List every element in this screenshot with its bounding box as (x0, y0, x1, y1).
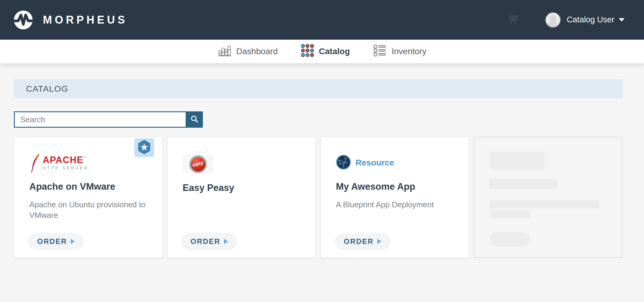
shopping-cart-icon[interactable] (506, 13, 519, 27)
order-button-label: ORDER (190, 237, 220, 246)
catalog-card-easy-peasy[interactable]: easy Easy Peasy ORDER (167, 137, 316, 258)
morpheus-logo[interactable]: MORPHEUS (14, 11, 128, 29)
top-header: MORPHEUS Catalog User (0, 0, 644, 40)
section-header: CATALOG (14, 79, 623, 98)
page-title: CATALOG (26, 84, 68, 94)
order-button-label: ORDER (37, 237, 67, 246)
order-button[interactable]: ORDER (28, 233, 84, 250)
catalog-card-loading-skeleton (474, 137, 622, 258)
catalog-grid-icon (301, 44, 314, 59)
order-arrow-icon (377, 239, 381, 244)
morpheus-m-icon (14, 11, 33, 29)
featured-badge (134, 138, 154, 157)
skeleton-text-placeholder (490, 210, 530, 218)
apache-trademark: ™ (83, 156, 87, 159)
dashboard-chart-icon (218, 44, 232, 59)
easy-button-text: easy (192, 160, 204, 169)
skeleton-text-placeholder (490, 200, 599, 208)
easy-button-logo: easy (183, 155, 213, 173)
brand-name: MORPHEUS (43, 14, 128, 26)
search-bar (14, 111, 623, 128)
card-description: Apache on Ubuntu provisioned to VMware (29, 199, 147, 221)
card-title: Easy Peasy (183, 182, 300, 193)
card-title: Apache on VMware (29, 181, 147, 192)
easy-button-icon: easy (190, 156, 207, 172)
order-button[interactable]: ORDER (335, 233, 390, 250)
apache-httpd-logo: APACHE™ HTTP SERVER (29, 153, 147, 173)
nav-item-dashboard[interactable]: Dashboard (218, 44, 278, 59)
order-button-label: ORDER (344, 237, 374, 246)
skeleton-button-placeholder (490, 232, 530, 247)
search-icon (190, 115, 199, 124)
skeleton-title-placeholder (490, 179, 558, 189)
card-title: My Awesome App (336, 181, 454, 192)
nav-label: Inventory (392, 47, 426, 56)
search-button[interactable] (186, 111, 203, 128)
catalog-card-apache-on-vmware[interactable]: APACHE™ HTTP SERVER Apache on VMware Apa… (14, 137, 162, 258)
nav-item-catalog[interactable]: Catalog (301, 44, 350, 59)
featured-star-hexagon-icon (137, 140, 151, 156)
order-arrow-icon (71, 239, 75, 244)
nav-label: Dashboard (236, 47, 278, 56)
catalog-page: CATALOG (0, 63, 644, 258)
search-input[interactable] (14, 111, 186, 128)
inventory-list-icon (373, 44, 387, 59)
nav-item-inventory[interactable]: Inventory (373, 44, 426, 59)
skeleton-image-placeholder (490, 151, 545, 169)
catalog-card-grid: APACHE™ HTTP SERVER Apache on VMware Apa… (14, 137, 623, 258)
catalog-card-my-awesome-app[interactable]: Resource My Awesome App A Blueprint App … (320, 137, 469, 258)
avatar (545, 12, 561, 28)
user-menu[interactable]: Catalog User (545, 12, 625, 28)
card-description: A Blueprint App Deployment (336, 199, 454, 210)
nav-label: Catalog (319, 47, 350, 56)
resource-circuit-icon (336, 155, 351, 171)
chevron-down-icon (619, 18, 625, 21)
main-nav: Dashboard Catalog (0, 40, 644, 63)
apache-logo-subtext: HTTP SERVER (43, 166, 89, 170)
user-name: Catalog User (567, 15, 614, 25)
order-arrow-icon (224, 239, 228, 244)
apache-logo-text: APACHE (43, 155, 83, 165)
resource-type-label: Resource (356, 158, 394, 168)
order-button[interactable]: ORDER (181, 233, 237, 250)
